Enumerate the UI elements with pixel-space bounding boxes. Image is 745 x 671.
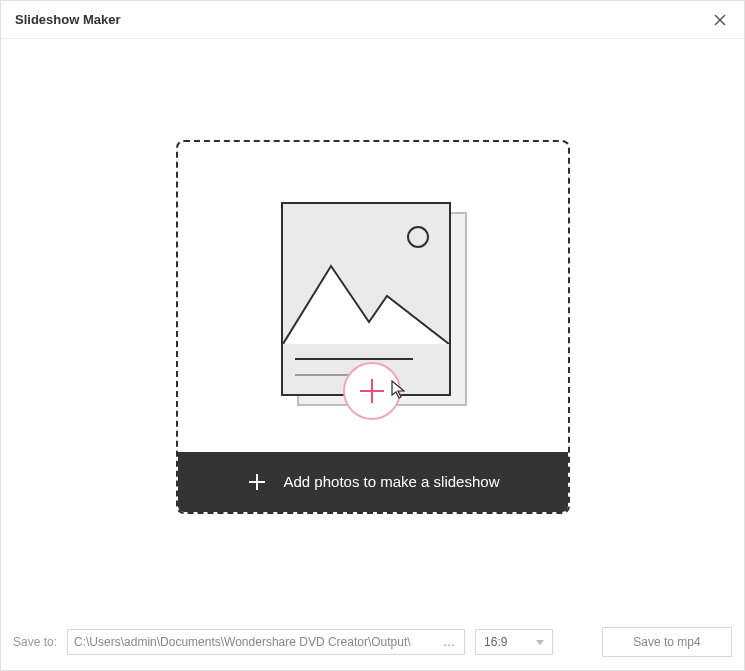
- app-title: Slideshow Maker: [15, 12, 120, 27]
- dropzone-illustration: [178, 142, 568, 452]
- photo-stack-illustration: [273, 202, 473, 422]
- aspect-ratio-select[interactable]: 16:9: [475, 629, 553, 655]
- aspect-ratio-value: 16:9: [484, 635, 507, 649]
- footer-bar: Save to: C:\Users\admin\Documents\Wonder…: [1, 614, 744, 670]
- save-button-label: Save to mp4: [633, 635, 700, 649]
- title-bar: Slideshow Maker: [1, 1, 744, 39]
- svg-marker-6: [536, 640, 544, 645]
- main-area: Add photos to make a slideshow: [1, 39, 744, 614]
- save-to-label: Save to:: [13, 635, 57, 649]
- cursor-icon: [391, 380, 407, 404]
- close-icon: [714, 14, 726, 26]
- photo-dropzone[interactable]: Add photos to make a slideshow: [176, 140, 570, 514]
- photo-preview-area: [283, 204, 449, 344]
- add-photos-bar[interactable]: Add photos to make a slideshow: [178, 452, 568, 512]
- plus-icon: [246, 471, 268, 493]
- chevron-down-icon: [536, 638, 544, 646]
- output-path-field[interactable]: C:\Users\admin\Documents\Wondershare DVD…: [67, 629, 465, 655]
- close-button[interactable]: [710, 10, 730, 30]
- text-line-placeholder: [295, 358, 413, 360]
- front-photo-card: [281, 202, 451, 396]
- output-path-text: C:\Users\admin\Documents\Wondershare DVD…: [74, 635, 437, 649]
- add-photos-label: Add photos to make a slideshow: [284, 473, 500, 490]
- mountains-icon: [283, 204, 449, 344]
- browse-button[interactable]: …: [441, 635, 458, 649]
- save-to-mp4-button[interactable]: Save to mp4: [602, 627, 732, 657]
